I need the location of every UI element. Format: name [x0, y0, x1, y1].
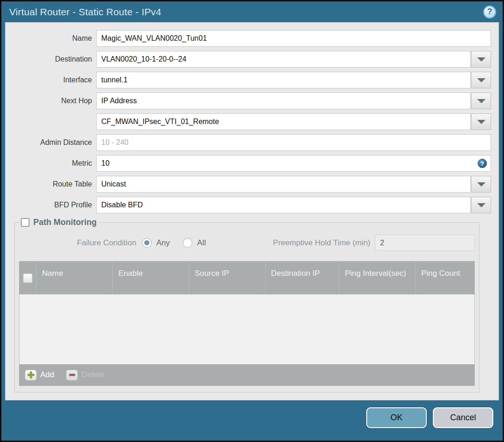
- form-row-route-table: Route Table: [6, 176, 491, 193]
- table-header-checkbox-cell: [19, 261, 36, 294]
- interface-input[interactable]: [96, 72, 471, 88]
- path-monitoring-section: Path Monitoring Failure Condition Any Al…: [14, 218, 479, 392]
- table-header-ping-count[interactable]: Ping Count: [415, 261, 474, 294]
- form-row-interface: Interface: [6, 72, 491, 88]
- bfd-profile-input[interactable]: [96, 197, 471, 213]
- chevron-down-icon: [477, 99, 486, 103]
- name-label: Name: [6, 34, 96, 43]
- delete-button-label: Delete: [81, 370, 104, 380]
- table-header-ping-interval[interactable]: Ping Interval(sec): [339, 261, 415, 294]
- radio-dot: [144, 240, 149, 245]
- preemptive-hold-time-group: Preemptive Hold Time (min): [273, 235, 475, 251]
- table-body: [19, 294, 474, 364]
- help-icon[interactable]: ?: [483, 6, 496, 19]
- metric-help-icon[interactable]: ?: [478, 159, 487, 168]
- failure-condition-any-label: Any: [156, 238, 170, 248]
- table-header-row: Name Enable Source IP Destination IP Pin…: [19, 261, 474, 294]
- form-row-next-hop: Next Hop: [6, 93, 491, 109]
- add-button[interactable]: Add: [25, 370, 54, 380]
- failure-condition-any-radio[interactable]: [142, 238, 152, 248]
- table-toolbar: Add Delete: [19, 364, 474, 386]
- select-all-checkbox[interactable]: [23, 274, 32, 283]
- minus-icon: [66, 370, 78, 380]
- dialog-title: Virtual Router - Static Route - IPv4: [9, 6, 161, 18]
- metric-label: Metric: [6, 159, 96, 168]
- ok-button[interactable]: OK: [366, 407, 427, 428]
- form-row-next-hop-address: [6, 113, 491, 130]
- destination-label: Destination: [6, 55, 96, 63]
- form-row-name: Name: [6, 30, 491, 47]
- cancel-button[interactable]: Cancel: [433, 407, 493, 428]
- next-hop-type-input[interactable]: [96, 93, 471, 109]
- dialog-content: Name Destination Interface: [5, 22, 499, 400]
- bfd-profile-dropdown-button[interactable]: [471, 197, 491, 213]
- form-row-destination: Destination: [6, 51, 491, 68]
- failure-condition-row: Failure Condition Any All Preemptive Hol…: [19, 235, 475, 251]
- failure-condition-label: Failure Condition: [19, 238, 142, 248]
- destination-input[interactable]: [96, 51, 471, 68]
- failure-condition-any-option: Any: [142, 238, 170, 248]
- plus-icon: [25, 370, 37, 380]
- preemptive-hold-time-input[interactable]: [375, 235, 475, 251]
- route-table-label: Route Table: [6, 180, 96, 188]
- next-hop-address-dropdown-button[interactable]: [471, 113, 491, 130]
- name-input[interactable]: [96, 30, 491, 47]
- form-row-metric: Metric ?: [6, 155, 491, 172]
- chevron-down-icon: [477, 182, 486, 187]
- path-monitoring-title: Path Monitoring: [33, 218, 97, 227]
- dialog-window: Virtual Router - Static Route - IPv4 ? N…: [0, 0, 504, 442]
- table-header-source-ip[interactable]: Source IP: [189, 261, 265, 294]
- chevron-down-icon: [477, 78, 486, 82]
- interface-dropdown-button[interactable]: [471, 72, 491, 88]
- path-monitoring-table: Name Enable Source IP Destination IP Pin…: [19, 261, 475, 386]
- preemptive-hold-time-label: Preemptive Hold Time (min): [273, 238, 375, 248]
- form-row-admin-distance: Admin Distance: [6, 134, 491, 151]
- route-table-dropdown-button[interactable]: [471, 176, 491, 193]
- table-header-enable[interactable]: Enable: [112, 261, 189, 294]
- delete-button[interactable]: Delete: [66, 370, 104, 380]
- failure-condition-all-option: All: [183, 238, 206, 248]
- route-table-input[interactable]: [96, 176, 471, 193]
- admin-distance-label: Admin Distance: [6, 138, 96, 147]
- bfd-profile-label: BFD Profile: [6, 201, 96, 209]
- chevron-down-icon: [477, 57, 486, 62]
- form-row-bfd-profile: BFD Profile: [6, 197, 491, 213]
- admin-distance-input[interactable]: [96, 134, 491, 151]
- failure-condition-all-label: All: [197, 238, 206, 248]
- path-monitoring-checkbox[interactable]: [21, 218, 30, 227]
- path-monitoring-legend: Path Monitoring: [20, 218, 99, 227]
- metric-input[interactable]: [96, 155, 491, 172]
- table-header-name[interactable]: Name: [36, 261, 112, 294]
- table-header-destination-ip[interactable]: Destination IP: [265, 261, 339, 294]
- add-button-label: Add: [40, 370, 54, 380]
- next-hop-type-dropdown-button[interactable]: [471, 93, 491, 109]
- interface-label: Interface: [6, 76, 96, 84]
- chevron-down-icon: [477, 203, 486, 207]
- failure-condition-all-radio[interactable]: [183, 238, 192, 248]
- dialog-footer: OK Cancel: [1, 400, 503, 441]
- next-hop-label: Next Hop: [6, 97, 96, 105]
- next-hop-address-input[interactable]: [96, 113, 471, 130]
- destination-dropdown-button[interactable]: [471, 51, 491, 68]
- dialog-titlebar: Virtual Router - Static Route - IPv4 ?: [1, 1, 503, 22]
- chevron-down-icon: [477, 120, 486, 124]
